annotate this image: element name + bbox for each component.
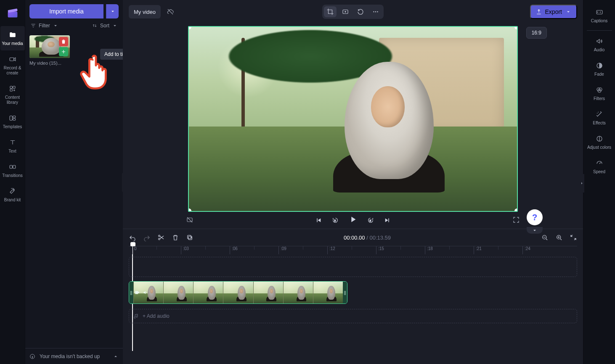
play-icon xyxy=(348,215,358,224)
nav-your-media[interactable]: Your media xyxy=(0,26,25,50)
rail-captions[interactable]: Captions xyxy=(584,3,615,28)
rail-audio[interactable]: Audio xyxy=(584,32,615,57)
undo-button[interactable] xyxy=(129,234,136,241)
scissors-icon xyxy=(157,234,165,241)
chevron-down-icon xyxy=(565,9,571,15)
zoom-out-button[interactable] xyxy=(541,234,549,241)
help-button[interactable]: ? xyxy=(527,209,543,225)
nav-transitions[interactable]: Transitions xyxy=(0,158,25,182)
skip-start-button[interactable] xyxy=(315,216,322,224)
clip-trim-right[interactable]: || xyxy=(343,282,347,303)
ruler-tick: :06 xyxy=(230,246,238,254)
rail-label: Speed xyxy=(593,169,605,174)
panel-footer[interactable]: Your media isn't backed up xyxy=(25,348,123,364)
rail-effects[interactable]: Effects xyxy=(584,106,615,130)
filter-button[interactable]: Filter xyxy=(30,23,58,29)
preview-canvas[interactable] xyxy=(188,26,518,212)
svg-rect-9 xyxy=(10,165,12,169)
media-thumbnail[interactable] xyxy=(29,35,70,58)
rewind-5-button[interactable]: 5 xyxy=(331,216,339,224)
canvas-tools xyxy=(322,5,384,19)
video-clip[interactable]: My video (15).mp4 || || xyxy=(129,281,347,304)
cloud-off-button[interactable] xyxy=(165,5,176,18)
skip-end-button[interactable] xyxy=(384,216,391,224)
export-label: Export xyxy=(545,8,562,15)
clip-trim-left[interactable]: || xyxy=(129,282,133,303)
ruler-minor-tick xyxy=(303,246,303,250)
chevron-up-icon xyxy=(113,353,119,359)
ruler-tick: :09 xyxy=(278,246,286,254)
rail-filters[interactable]: Filters xyxy=(584,81,615,106)
stage-toolbar: My video Export xyxy=(123,0,583,24)
clip-frames xyxy=(133,282,343,303)
forward-5-button[interactable]: 5 xyxy=(367,216,374,224)
more-button[interactable] xyxy=(369,6,382,17)
add-audio-row[interactable]: + Add audio xyxy=(129,309,577,323)
rail-fade[interactable]: Fade xyxy=(584,57,615,81)
svg-point-15 xyxy=(373,11,374,12)
timeline-ruler[interactable]: 0:03:06:09:12:15:18:21:24 xyxy=(129,246,577,254)
sort-button[interactable]: Sort xyxy=(92,23,118,29)
zoom-in-button[interactable] xyxy=(555,234,563,241)
export-button[interactable]: Export xyxy=(530,5,577,19)
track-dropzone[interactable] xyxy=(129,257,577,277)
camera-icon xyxy=(8,55,17,64)
nav-text[interactable]: Text xyxy=(0,134,25,158)
timecode: 00:00.00 / 00:13.59 xyxy=(344,235,391,241)
speed-icon xyxy=(595,158,604,168)
hide-controls-button[interactable] xyxy=(186,216,194,224)
fullscreen-button[interactable] xyxy=(512,216,520,224)
templates-icon xyxy=(8,113,17,123)
chevron-down-icon xyxy=(532,227,538,233)
import-media-button[interactable]: Import media xyxy=(29,4,103,18)
fit-timeline-button[interactable] xyxy=(570,234,577,241)
crop-icon xyxy=(326,8,334,16)
import-label: Import media xyxy=(49,8,84,15)
brand-logo[interactable] xyxy=(4,4,21,22)
duplicate-button[interactable] xyxy=(186,234,194,241)
svg-rect-2 xyxy=(10,58,14,61)
nav-content-library[interactable]: Content library xyxy=(0,80,25,109)
media-panel: Import media Filter Sort xyxy=(25,0,123,364)
delete-button[interactable] xyxy=(172,234,179,241)
svg-rect-3 xyxy=(10,86,12,88)
add-to-timeline-button[interactable] xyxy=(59,47,68,56)
skip-previous-icon xyxy=(315,216,322,224)
rail-toggle-chevron[interactable] xyxy=(527,227,543,234)
info-icon xyxy=(29,353,35,359)
fit-button[interactable] xyxy=(339,6,352,17)
resize-handle-br[interactable] xyxy=(514,208,518,212)
ruler-tick: :03 xyxy=(181,246,189,254)
project-title[interactable]: My video xyxy=(129,5,161,18)
clip-badges xyxy=(134,290,148,295)
play-button[interactable] xyxy=(348,215,358,226)
collapse-rail-button[interactable] xyxy=(579,174,584,193)
nav-brand-kit[interactable]: Brand kit xyxy=(0,182,25,207)
svg-rect-24 xyxy=(188,235,191,239)
redo-button[interactable] xyxy=(143,234,151,241)
plus-icon xyxy=(61,49,66,55)
trash-icon xyxy=(61,39,66,45)
split-button[interactable] xyxy=(157,234,165,241)
delete-media-button[interactable] xyxy=(59,37,68,46)
ruler-tick: :18 xyxy=(425,246,433,254)
nav-templates[interactable]: Templates xyxy=(0,109,25,134)
rotate-icon xyxy=(357,8,364,16)
ruler-tick: 0 xyxy=(132,246,137,254)
picture-off-icon xyxy=(186,216,194,224)
add-audio-label: + Add audio xyxy=(143,313,170,319)
rotate-button[interactable] xyxy=(354,6,367,17)
import-media-caret[interactable] xyxy=(106,4,119,18)
crop-button[interactable] xyxy=(324,6,337,17)
nav-record-create[interactable]: Record & create xyxy=(0,50,25,80)
trash-icon xyxy=(172,234,179,241)
chevron-down-icon xyxy=(110,8,116,14)
rail-speed[interactable]: Speed xyxy=(584,154,615,179)
upload-icon xyxy=(536,9,542,15)
rail-adjust-colors[interactable]: Adjust colors xyxy=(584,130,615,154)
brand-icon xyxy=(8,187,17,196)
volume-icon xyxy=(143,290,148,295)
ruler-tick: :24 xyxy=(522,246,530,254)
ruler-minor-tick xyxy=(498,246,498,250)
nav-label: Brand kit xyxy=(4,198,21,203)
